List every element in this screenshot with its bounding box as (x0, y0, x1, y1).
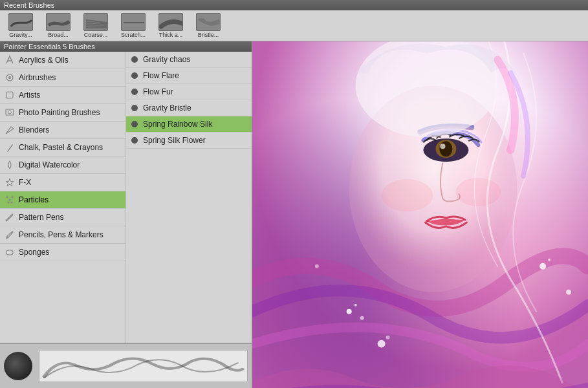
recent-brushes-title: Recent Brushes (0, 0, 588, 10)
sub-item-label: Flow Fur (143, 87, 173, 96)
svg-point-26 (548, 259, 550, 261)
recent-brush-item[interactable]: Thick a... (154, 13, 188, 38)
category-label: Pencils, Pens & Markers (19, 230, 103, 239)
brush-label: Coarse... (79, 32, 113, 38)
svg-point-9 (8, 202, 10, 204)
brush-preview-bar (0, 343, 252, 388)
category-icon (4, 194, 16, 206)
brush-label: Bristle... (191, 32, 225, 38)
painter-essentials-title: Painter Essentials 5 Brushes (0, 41, 252, 52)
sub-item-label: Gravity chaos (143, 55, 190, 64)
category-label: Pattern Pens (19, 213, 63, 222)
svg-point-19 (440, 144, 445, 149)
brush-sub-item-spring-silk-flower[interactable]: Spring Silk Flower (126, 133, 252, 149)
category-label: Airbrushes (19, 73, 56, 82)
svg-point-21 (455, 178, 501, 206)
brush-preview-stroke (39, 350, 248, 382)
brush-category-blenders[interactable]: Blenders (0, 122, 125, 139)
category-icon (4, 211, 16, 223)
svg-point-22 (347, 309, 352, 314)
svg-rect-11 (6, 250, 13, 255)
brush-category-sponges[interactable]: Sponges (0, 244, 125, 261)
brush-thumbnail (46, 13, 71, 31)
recent-brush-item[interactable]: Scratch... (116, 13, 150, 38)
category-icon (4, 54, 16, 66)
brush-columns: Acrylics & OilsAirbrushesArtistsPhoto Pa… (0, 52, 252, 343)
brush-thumbnail (196, 13, 221, 31)
brush-label: Broad... (41, 32, 75, 38)
recent-brushes-row: Gravity...Broad...Coarse...Scratch...Thi… (0, 10, 588, 41)
svg-point-25 (539, 263, 546, 270)
painting-svg (252, 41, 588, 388)
brush-category-photo-painting-brushes[interactable]: Photo Painting Brushes (0, 104, 125, 122)
brush-sub-item-flow-flare[interactable]: Flow Flare (126, 68, 252, 84)
brush-category-acrylics---oils[interactable]: Acrylics & Oils (0, 52, 125, 69)
category-label: Digital Watercolor (19, 160, 80, 169)
svg-point-29 (378, 340, 386, 348)
svg-point-5 (8, 111, 12, 114)
category-icon (4, 177, 16, 188)
svg-point-18 (439, 141, 452, 156)
svg-rect-4 (6, 109, 14, 115)
sub-item-label: Spring Rainbow Silk (143, 120, 212, 129)
sub-item-label: Flow Flare (143, 71, 179, 80)
brush-label: Thick a... (154, 32, 188, 38)
sub-item-dot (131, 89, 138, 95)
category-label: Blenders (19, 125, 49, 135)
svg-point-27 (566, 290, 571, 295)
category-icon (4, 89, 16, 101)
brush-sub-item-flow-fur[interactable]: Flow Fur (126, 84, 252, 100)
sub-item-dot (131, 105, 138, 111)
brush-label: Gravity... (4, 32, 38, 38)
recent-brush-item[interactable]: Bristle... (191, 13, 225, 38)
right-column: Gravity chaosFlow FlareFlow FurGravity B… (126, 52, 252, 343)
svg-point-28 (315, 264, 319, 268)
svg-point-2 (8, 76, 11, 79)
category-label: Particles (19, 195, 49, 204)
svg-point-6 (6, 197, 8, 199)
svg-point-30 (386, 336, 390, 339)
painting-canvas (252, 41, 588, 388)
recent-brushes-panel: Recent Brushes Gravity...Broad...Coarse.… (0, 0, 588, 41)
svg-point-7 (9, 199, 11, 201)
category-icon (4, 229, 16, 241)
brush-sub-item-spring-rainbow-silk[interactable]: Spring Rainbow Silk (126, 116, 252, 133)
category-icon (4, 72, 16, 83)
brush-category-pencils--pens---markers[interactable]: Pencils, Pens & Markers (0, 226, 125, 244)
recent-brush-item[interactable]: Broad... (41, 13, 75, 38)
brush-category-digital-watercolor[interactable]: Digital Watercolor (0, 156, 125, 174)
category-label: Photo Painting Brushes (19, 108, 100, 117)
category-icon (4, 142, 16, 153)
brush-category-pattern-pens[interactable]: Pattern Pens (0, 209, 125, 226)
svg-point-20 (382, 179, 433, 211)
brush-category-particles[interactable]: Particles (0, 191, 125, 209)
brush-sub-item-gravity-chaos[interactable]: Gravity chaos (126, 52, 252, 68)
brush-preview-circle (4, 352, 32, 380)
svg-point-8 (12, 197, 14, 199)
main-layout: Painter Essentials 5 Brushes Acrylics & … (0, 41, 588, 388)
recent-brush-item[interactable]: Gravity... (4, 13, 38, 38)
category-label: Chalk, Pastel & Crayons (19, 143, 103, 152)
brush-category-chalk--pastel---crayons[interactable]: Chalk, Pastel & Crayons (0, 139, 125, 156)
sub-item-label: Gravity Bristle (143, 103, 191, 113)
left-panel: Painter Essentials 5 Brushes Acrylics & … (0, 41, 252, 388)
brush-category-artists[interactable]: Artists (0, 87, 125, 104)
svg-point-23 (354, 304, 357, 307)
svg-rect-3 (6, 92, 13, 98)
brush-category-airbrushes[interactable]: Airbrushes (0, 69, 125, 87)
left-column: Acrylics & OilsAirbrushesArtistsPhoto Pa… (0, 52, 126, 343)
sub-item-dot (131, 137, 138, 144)
brush-label: Scratch... (116, 32, 150, 38)
sub-item-dot (131, 56, 138, 63)
category-label: Artists (19, 91, 40, 100)
sub-item-dot (131, 121, 138, 127)
brush-category-f-x[interactable]: F-X (0, 174, 125, 191)
category-icon (4, 107, 16, 118)
category-label: Sponges (19, 248, 49, 257)
recent-brush-item[interactable]: Coarse... (79, 13, 113, 38)
brush-sub-item-gravity-bristle[interactable]: Gravity Bristle (126, 100, 252, 116)
category-label: Acrylics & Oils (19, 56, 69, 65)
svg-point-10 (11, 202, 13, 204)
category-icon (4, 159, 16, 171)
category-icon (4, 124, 16, 136)
